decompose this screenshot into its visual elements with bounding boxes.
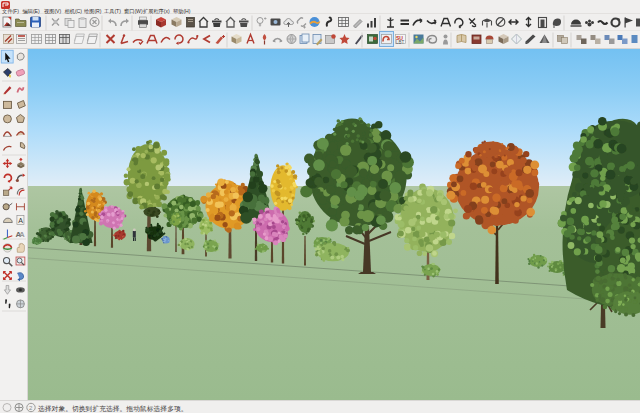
svg-text:A: A (18, 217, 23, 224)
svg-text:LBT: LBT (396, 40, 405, 45)
svg-text:A: A (19, 230, 25, 239)
svg-text:2: 2 (29, 405, 33, 411)
